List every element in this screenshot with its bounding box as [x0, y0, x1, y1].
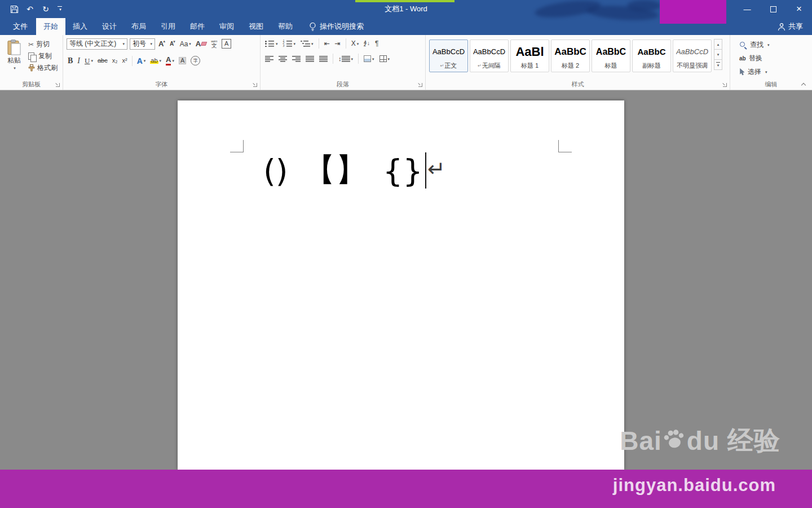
save-icon: [10, 5, 19, 14]
clear-formatting-button[interactable]: A: [195, 39, 208, 49]
enclose-character-button[interactable]: 字: [189, 55, 201, 67]
shading-button[interactable]: ▾: [363, 54, 376, 63]
grow-font-button[interactable]: A▴: [157, 39, 166, 49]
paragraph-group: ▾ ▾ ▾ ⇤ ⇥ X▾ AZ↓ ¶ ↕▾ ▾ ▾: [261, 35, 426, 90]
collapse-ribbon-button[interactable]: [801, 82, 806, 87]
chevron-down-icon: ▾: [14, 66, 16, 71]
text-effects-button[interactable]: A▾: [136, 56, 147, 66]
find-label: 查找: [750, 40, 764, 50]
underline-icon: U: [85, 57, 90, 64]
character-shading-button[interactable]: A: [178, 56, 187, 65]
chevron-down-icon: ▾: [189, 42, 191, 46]
close-button[interactable]: ×: [786, 0, 812, 18]
arrow-down-icon: ↓: [367, 41, 370, 46]
paste-button[interactable]: 粘贴 ▾: [3, 37, 25, 74]
sort-button[interactable]: AZ↓: [363, 40, 371, 48]
format-painter-button[interactable]: 格式刷: [28, 62, 58, 74]
tab-review[interactable]: 审阅: [212, 18, 241, 35]
phonetic-guide-button[interactable]: wén文: [210, 38, 218, 50]
tab-mailings[interactable]: 邮件: [183, 18, 212, 35]
share-button[interactable]: 共享: [778, 18, 812, 35]
styles-scroll-down[interactable]: ▾: [714, 49, 722, 60]
bold-button[interactable]: B: [67, 56, 74, 66]
character-shading-icon: A: [179, 57, 186, 64]
magnifier-icon: [739, 41, 747, 49]
font-size-value: 初号: [133, 39, 146, 49]
select-button[interactable]: 选择 ▾: [739, 66, 810, 78]
paragraph-dialog-launcher[interactable]: [418, 82, 423, 87]
style-card-title[interactable]: AaBbC 标题: [592, 40, 630, 72]
borders-button[interactable]: ▾: [378, 54, 391, 63]
change-case-button[interactable]: Aa▾: [179, 40, 192, 49]
chevron-down-icon: ▾: [717, 63, 720, 68]
chevron-down-icon: ▾: [388, 57, 390, 61]
justify-button[interactable]: [304, 55, 315, 63]
align-left-button[interactable]: [264, 55, 275, 63]
borders-icon: [379, 55, 387, 62]
baidu-watermark-logo: Bai du 经验: [620, 423, 780, 458]
replace-button[interactable]: ab 替换: [739, 52, 810, 64]
tab-view[interactable]: 视图: [241, 18, 271, 35]
tab-design[interactable]: 设计: [95, 18, 124, 35]
tab-layout[interactable]: 布局: [124, 18, 153, 35]
strikethrough-button[interactable]: abc: [96, 56, 109, 65]
save-button[interactable]: [8, 3, 20, 15]
minimize-button[interactable]: —: [734, 0, 760, 18]
watermark-text: Bai: [620, 426, 662, 456]
font-color-button[interactable]: A▾: [165, 55, 175, 67]
line-spacing-button[interactable]: ↕▾: [337, 55, 354, 63]
style-card-heading2[interactable]: AaBbC 标题 2: [551, 40, 590, 72]
underline-button[interactable]: U▾: [83, 56, 94, 65]
find-button[interactable]: 查找 ▾: [739, 39, 810, 51]
shrink-font-button[interactable]: A▾: [169, 40, 176, 48]
multilevel-list-button[interactable]: ▾: [299, 39, 315, 48]
styles-gallery-more[interactable]: ▾: [714, 59, 722, 70]
undo-button[interactable]: ↶: [24, 3, 36, 15]
style-card-no-spacing[interactable]: AaBbCcD ↵无间隔: [470, 40, 509, 72]
customize-qat-button[interactable]: ▾: [55, 3, 64, 15]
character-border-button[interactable]: A: [220, 38, 232, 50]
distribute-button[interactable]: [318, 55, 329, 63]
crop-mark-top-left: [230, 140, 244, 152]
tell-me-search[interactable]: 操作说明搜索: [309, 18, 364, 35]
paw-icon: [661, 426, 687, 450]
tab-home[interactable]: 开始: [36, 18, 65, 35]
clipboard-dialog-launcher[interactable]: [55, 82, 60, 87]
font-dialog-launcher[interactable]: [253, 82, 258, 87]
document-page[interactable]: () 【】 {} ↵: [178, 100, 624, 470]
style-card-subtitle[interactable]: AaBbC 副标题: [632, 40, 671, 72]
bullets-button[interactable]: ▾: [264, 39, 279, 48]
copy-button[interactable]: 复制: [28, 50, 58, 62]
increase-indent-button[interactable]: ⇥: [334, 39, 342, 48]
align-center-button[interactable]: [277, 55, 288, 63]
align-right-button[interactable]: [291, 55, 302, 63]
style-card-subtle-emphasis[interactable]: AaBbCcD 不明显强调: [673, 40, 712, 72]
numbering-button[interactable]: ▾: [282, 39, 297, 48]
decrease-indent-button[interactable]: ⇤: [323, 39, 331, 48]
redo-button[interactable]: ↻: [39, 3, 52, 15]
chevron-down-icon: ▾: [351, 57, 354, 61]
highlight-button[interactable]: ab▾: [149, 56, 162, 65]
text-effects-icon: A: [137, 57, 143, 65]
italic-button[interactable]: I: [76, 56, 81, 66]
style-name: 标题 2: [562, 62, 579, 70]
maximize-button[interactable]: [760, 0, 786, 18]
superscript-button[interactable]: x²: [121, 56, 128, 65]
style-card-heading1[interactable]: AaBl 标题 1: [510, 40, 549, 72]
font-color-icon: A: [166, 56, 171, 65]
share-label: 共享: [788, 21, 803, 32]
tab-insert[interactable]: 插入: [65, 18, 95, 35]
show-marks-button[interactable]: ¶: [374, 39, 379, 48]
tab-file[interactable]: 文件: [5, 18, 36, 35]
chevron-down-icon: ▾: [144, 59, 146, 63]
styles-dialog-launcher[interactable]: [722, 82, 727, 87]
style-card-body-text[interactable]: AaBbCcD ↵正文: [429, 40, 468, 72]
asian-layout-button[interactable]: X▾: [350, 39, 360, 48]
font-name-select[interactable]: 等线 (中文正文) ▾: [67, 38, 127, 50]
styles-scroll-up[interactable]: ▴: [714, 39, 722, 50]
tab-references[interactable]: 引用: [153, 18, 183, 35]
tab-help[interactable]: 帮助: [271, 18, 300, 35]
cut-button[interactable]: ✂ 剪切: [28, 38, 58, 50]
subscript-button[interactable]: x₂: [111, 56, 119, 65]
font-size-select[interactable]: 初号 ▾: [130, 38, 155, 50]
